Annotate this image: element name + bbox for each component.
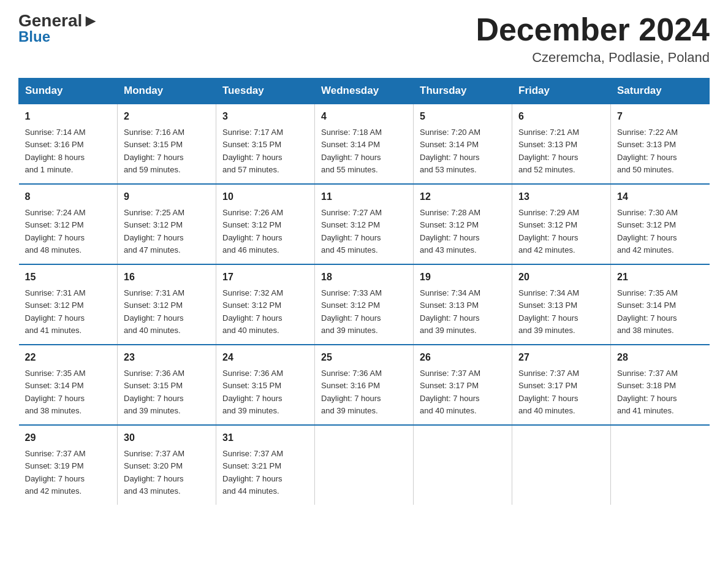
table-row: 20 Sunrise: 7:34 AMSunset: 3:13 PMDaylig…	[512, 264, 611, 345]
month-year: December 2024	[476, 12, 710, 47]
table-row: 31 Sunrise: 7:37 AMSunset: 3:21 PMDaylig…	[216, 425, 315, 505]
logo-line2: Blue	[18, 28, 50, 45]
day-info: Sunrise: 7:37 AMSunset: 3:17 PMDaylight:…	[420, 369, 480, 415]
day-number: 17	[222, 270, 308, 285]
calendar-week-row: 22 Sunrise: 7:35 AMSunset: 3:14 PMDaylig…	[19, 345, 710, 425]
day-info: Sunrise: 7:17 AMSunset: 3:15 PMDaylight:…	[222, 128, 283, 174]
day-number: 9	[124, 190, 210, 204]
col-header-tuesday: Tuesday	[216, 79, 315, 104]
table-row: 9 Sunrise: 7:25 AMSunset: 3:12 PMDayligh…	[118, 184, 216, 264]
table-row: 28 Sunrise: 7:37 AMSunset: 3:18 PMDaylig…	[611, 345, 710, 425]
day-info: Sunrise: 7:37 AMSunset: 3:18 PMDaylight:…	[617, 369, 678, 415]
day-info: Sunrise: 7:30 AMSunset: 3:12 PMDaylight:…	[617, 208, 678, 255]
day-info: Sunrise: 7:27 AMSunset: 3:12 PMDaylight:…	[321, 208, 382, 255]
calendar-week-row: 29 Sunrise: 7:37 AMSunset: 3:19 PMDaylig…	[19, 425, 710, 505]
table-row: 10 Sunrise: 7:26 AMSunset: 3:12 PMDaylig…	[216, 184, 315, 264]
title-block: December 2024 Czeremcha, Podlasie, Polan…	[476, 12, 710, 66]
table-row: 2 Sunrise: 7:16 AMSunset: 3:15 PMDayligh…	[118, 104, 216, 184]
table-row: 7 Sunrise: 7:22 AMSunset: 3:13 PMDayligh…	[611, 104, 710, 184]
day-info: Sunrise: 7:24 AMSunset: 3:12 PMDaylight:…	[25, 208, 86, 255]
table-row: 3 Sunrise: 7:17 AMSunset: 3:15 PMDayligh…	[216, 104, 315, 184]
table-row: 19 Sunrise: 7:34 AMSunset: 3:13 PMDaylig…	[414, 264, 512, 345]
day-info: Sunrise: 7:31 AMSunset: 3:12 PMDaylight:…	[124, 288, 184, 335]
calendar-week-row: 8 Sunrise: 7:24 AMSunset: 3:12 PMDayligh…	[19, 184, 710, 264]
table-row: 17 Sunrise: 7:32 AMSunset: 3:12 PMDaylig…	[216, 264, 315, 345]
day-number: 8	[25, 190, 112, 204]
day-number: 2	[124, 109, 210, 124]
calendar-header-row: Sunday Monday Tuesday Wednesday Thursday…	[19, 79, 710, 104]
day-number: 27	[518, 350, 604, 365]
table-row: 21 Sunrise: 7:35 AMSunset: 3:14 PMDaylig…	[611, 264, 710, 345]
col-header-sunday: Sunday	[19, 79, 118, 104]
location: Czeremcha, Podlasie, Poland	[476, 50, 710, 66]
col-header-saturday: Saturday	[611, 79, 710, 104]
day-number: 24	[222, 350, 308, 365]
table-row: 4 Sunrise: 7:18 AMSunset: 3:14 PMDayligh…	[315, 104, 414, 184]
day-number: 4	[321, 109, 407, 124]
table-row: 18 Sunrise: 7:33 AMSunset: 3:12 PMDaylig…	[315, 264, 414, 345]
day-info: Sunrise: 7:36 AMSunset: 3:15 PMDaylight:…	[222, 369, 283, 415]
day-info: Sunrise: 7:37 AMSunset: 3:17 PMDaylight:…	[518, 369, 579, 415]
day-number: 30	[124, 431, 210, 445]
table-row: 25 Sunrise: 7:36 AMSunset: 3:16 PMDaylig…	[315, 345, 414, 425]
day-info: Sunrise: 7:26 AMSunset: 3:12 PMDaylight:…	[222, 208, 283, 255]
calendar-week-row: 1 Sunrise: 7:14 AMSunset: 3:16 PMDayligh…	[19, 104, 710, 184]
day-info: Sunrise: 7:31 AMSunset: 3:12 PMDaylight:…	[25, 288, 86, 335]
day-info: Sunrise: 7:14 AMSunset: 3:16 PMDaylight:…	[25, 128, 86, 174]
calendar-week-row: 15 Sunrise: 7:31 AMSunset: 3:12 PMDaylig…	[19, 264, 710, 345]
table-row: 23 Sunrise: 7:36 AMSunset: 3:15 PMDaylig…	[118, 345, 216, 425]
table-row: 26 Sunrise: 7:37 AMSunset: 3:17 PMDaylig…	[414, 345, 512, 425]
table-row	[315, 425, 414, 505]
page-header: General► Blue December 2024 Czeremcha, P…	[18, 12, 710, 66]
col-header-friday: Friday	[512, 79, 611, 104]
day-number: 16	[124, 270, 210, 285]
day-info: Sunrise: 7:18 AMSunset: 3:14 PMDaylight:…	[321, 128, 382, 174]
day-info: Sunrise: 7:36 AMSunset: 3:15 PMDaylight:…	[124, 369, 184, 415]
table-row: 16 Sunrise: 7:31 AMSunset: 3:12 PMDaylig…	[118, 264, 216, 345]
table-row: 24 Sunrise: 7:36 AMSunset: 3:15 PMDaylig…	[216, 345, 315, 425]
day-number: 21	[617, 270, 703, 285]
day-number: 5	[420, 109, 506, 124]
col-header-wednesday: Wednesday	[315, 79, 414, 104]
day-info: Sunrise: 7:33 AMSunset: 3:12 PMDaylight:…	[321, 288, 382, 335]
table-row: 22 Sunrise: 7:35 AMSunset: 3:14 PMDaylig…	[19, 345, 118, 425]
day-number: 6	[518, 109, 604, 124]
day-number: 12	[420, 190, 506, 204]
day-number: 10	[222, 190, 308, 204]
table-row: 5 Sunrise: 7:20 AMSunset: 3:14 PMDayligh…	[414, 104, 512, 184]
table-row: 27 Sunrise: 7:37 AMSunset: 3:17 PMDaylig…	[512, 345, 611, 425]
day-number: 3	[222, 109, 308, 124]
day-number: 26	[420, 350, 506, 365]
day-number: 14	[617, 190, 703, 204]
day-number: 23	[124, 350, 210, 365]
day-info: Sunrise: 7:20 AMSunset: 3:14 PMDaylight:…	[420, 128, 480, 174]
table-row	[611, 425, 710, 505]
day-number: 7	[617, 109, 703, 124]
table-row	[512, 425, 611, 505]
day-info: Sunrise: 7:37 AMSunset: 3:21 PMDaylight:…	[222, 449, 283, 496]
day-info: Sunrise: 7:35 AMSunset: 3:14 PMDaylight:…	[25, 369, 86, 415]
table-row: 14 Sunrise: 7:30 AMSunset: 3:12 PMDaylig…	[611, 184, 710, 264]
col-header-thursday: Thursday	[414, 79, 512, 104]
day-info: Sunrise: 7:37 AMSunset: 3:19 PMDaylight:…	[25, 449, 86, 496]
table-row: 8 Sunrise: 7:24 AMSunset: 3:12 PMDayligh…	[19, 184, 118, 264]
table-row: 29 Sunrise: 7:37 AMSunset: 3:19 PMDaylig…	[19, 425, 118, 505]
day-number: 13	[518, 190, 604, 204]
table-row	[414, 425, 512, 505]
day-info: Sunrise: 7:37 AMSunset: 3:20 PMDaylight:…	[124, 449, 184, 496]
day-info: Sunrise: 7:16 AMSunset: 3:15 PMDaylight:…	[124, 128, 184, 174]
day-number: 25	[321, 350, 407, 365]
table-row: 12 Sunrise: 7:28 AMSunset: 3:12 PMDaylig…	[414, 184, 512, 264]
day-info: Sunrise: 7:22 AMSunset: 3:13 PMDaylight:…	[617, 128, 678, 174]
day-number: 22	[25, 350, 112, 365]
day-number: 19	[420, 270, 506, 285]
table-row: 15 Sunrise: 7:31 AMSunset: 3:12 PMDaylig…	[19, 264, 118, 345]
day-info: Sunrise: 7:34 AMSunset: 3:13 PMDaylight:…	[518, 288, 579, 335]
day-info: Sunrise: 7:34 AMSunset: 3:13 PMDaylight:…	[420, 288, 480, 335]
day-info: Sunrise: 7:32 AMSunset: 3:12 PMDaylight:…	[222, 288, 283, 335]
table-row: 30 Sunrise: 7:37 AMSunset: 3:20 PMDaylig…	[118, 425, 216, 505]
calendar-table: Sunday Monday Tuesday Wednesday Thursday…	[18, 78, 710, 505]
day-number: 29	[25, 431, 112, 445]
table-row: 6 Sunrise: 7:21 AMSunset: 3:13 PMDayligh…	[512, 104, 611, 184]
day-info: Sunrise: 7:28 AMSunset: 3:12 PMDaylight:…	[420, 208, 480, 255]
